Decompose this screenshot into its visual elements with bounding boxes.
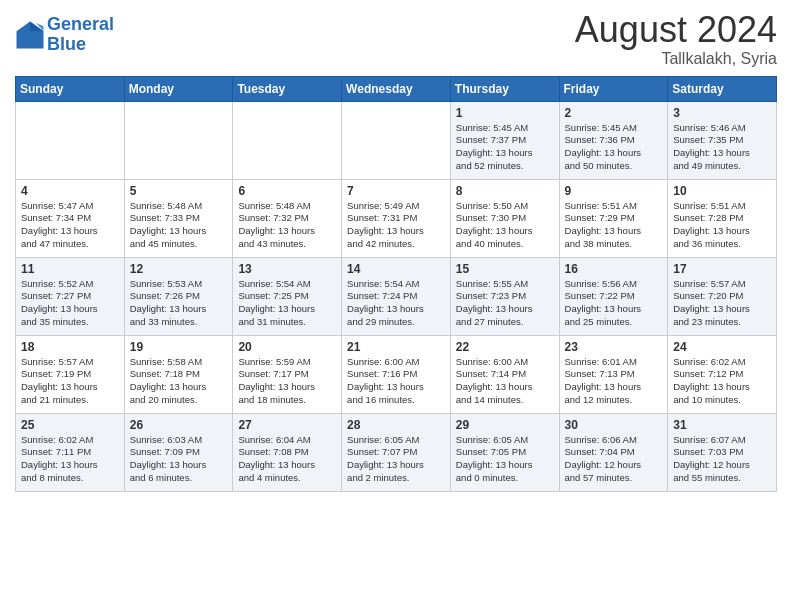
- calendar-header: Sunday Monday Tuesday Wednesday Thursday…: [16, 76, 777, 101]
- day-number: 9: [565, 184, 663, 198]
- day-info: Sunrise: 6:01 AM Sunset: 7:13 PM Dayligh…: [565, 356, 663, 407]
- day-info: Sunrise: 6:04 AM Sunset: 7:08 PM Dayligh…: [238, 434, 336, 485]
- header: General Blue August 2024 Tallkalakh, Syr…: [15, 10, 777, 68]
- table-row: [16, 101, 125, 179]
- table-row: 11Sunrise: 5:52 AM Sunset: 7:27 PM Dayli…: [16, 257, 125, 335]
- table-row: 23Sunrise: 6:01 AM Sunset: 7:13 PM Dayli…: [559, 335, 668, 413]
- table-row: 15Sunrise: 5:55 AM Sunset: 7:23 PM Dayli…: [450, 257, 559, 335]
- calendar-body: 1Sunrise: 5:45 AM Sunset: 7:37 PM Daylig…: [16, 101, 777, 491]
- day-info: Sunrise: 6:07 AM Sunset: 7:03 PM Dayligh…: [673, 434, 771, 485]
- table-row: 31Sunrise: 6:07 AM Sunset: 7:03 PM Dayli…: [668, 413, 777, 491]
- day-number: 10: [673, 184, 771, 198]
- day-info: Sunrise: 5:51 AM Sunset: 7:29 PM Dayligh…: [565, 200, 663, 251]
- day-info: Sunrise: 5:54 AM Sunset: 7:25 PM Dayligh…: [238, 278, 336, 329]
- page-container: General Blue August 2024 Tallkalakh, Syr…: [0, 0, 792, 502]
- day-info: Sunrise: 5:51 AM Sunset: 7:28 PM Dayligh…: [673, 200, 771, 251]
- header-wednesday: Wednesday: [342, 76, 451, 101]
- day-info: Sunrise: 5:55 AM Sunset: 7:23 PM Dayligh…: [456, 278, 554, 329]
- day-info: Sunrise: 5:59 AM Sunset: 7:17 PM Dayligh…: [238, 356, 336, 407]
- location: Tallkalakh, Syria: [575, 50, 777, 68]
- table-row: 21Sunrise: 6:00 AM Sunset: 7:16 PM Dayli…: [342, 335, 451, 413]
- day-info: Sunrise: 5:54 AM Sunset: 7:24 PM Dayligh…: [347, 278, 445, 329]
- day-number: 12: [130, 262, 228, 276]
- day-info: Sunrise: 5:49 AM Sunset: 7:31 PM Dayligh…: [347, 200, 445, 251]
- day-info: Sunrise: 6:02 AM Sunset: 7:12 PM Dayligh…: [673, 356, 771, 407]
- header-tuesday: Tuesday: [233, 76, 342, 101]
- day-number: 14: [347, 262, 445, 276]
- day-number: 25: [21, 418, 119, 432]
- day-info: Sunrise: 5:46 AM Sunset: 7:35 PM Dayligh…: [673, 122, 771, 173]
- day-number: 30: [565, 418, 663, 432]
- day-info: Sunrise: 5:47 AM Sunset: 7:34 PM Dayligh…: [21, 200, 119, 251]
- table-row: 18Sunrise: 5:57 AM Sunset: 7:19 PM Dayli…: [16, 335, 125, 413]
- table-row: 8Sunrise: 5:50 AM Sunset: 7:30 PM Daylig…: [450, 179, 559, 257]
- header-friday: Friday: [559, 76, 668, 101]
- day-number: 27: [238, 418, 336, 432]
- calendar-week-row: 18Sunrise: 5:57 AM Sunset: 7:19 PM Dayli…: [16, 335, 777, 413]
- day-number: 16: [565, 262, 663, 276]
- day-number: 28: [347, 418, 445, 432]
- day-number: 17: [673, 262, 771, 276]
- table-row: 29Sunrise: 6:05 AM Sunset: 7:05 PM Dayli…: [450, 413, 559, 491]
- table-row: 9Sunrise: 5:51 AM Sunset: 7:29 PM Daylig…: [559, 179, 668, 257]
- day-number: 3: [673, 106, 771, 120]
- day-number: 13: [238, 262, 336, 276]
- day-info: Sunrise: 5:45 AM Sunset: 7:37 PM Dayligh…: [456, 122, 554, 173]
- table-row: 10Sunrise: 5:51 AM Sunset: 7:28 PM Dayli…: [668, 179, 777, 257]
- table-row: 16Sunrise: 5:56 AM Sunset: 7:22 PM Dayli…: [559, 257, 668, 335]
- header-monday: Monday: [124, 76, 233, 101]
- day-info: Sunrise: 6:00 AM Sunset: 7:16 PM Dayligh…: [347, 356, 445, 407]
- day-info: Sunrise: 5:57 AM Sunset: 7:19 PM Dayligh…: [21, 356, 119, 407]
- table-row: 2Sunrise: 5:45 AM Sunset: 7:36 PM Daylig…: [559, 101, 668, 179]
- day-info: Sunrise: 5:53 AM Sunset: 7:26 PM Dayligh…: [130, 278, 228, 329]
- day-info: Sunrise: 5:56 AM Sunset: 7:22 PM Dayligh…: [565, 278, 663, 329]
- table-row: 6Sunrise: 5:48 AM Sunset: 7:32 PM Daylig…: [233, 179, 342, 257]
- day-number: 2: [565, 106, 663, 120]
- day-number: 8: [456, 184, 554, 198]
- day-number: 21: [347, 340, 445, 354]
- day-info: Sunrise: 6:06 AM Sunset: 7:04 PM Dayligh…: [565, 434, 663, 485]
- day-info: Sunrise: 6:05 AM Sunset: 7:05 PM Dayligh…: [456, 434, 554, 485]
- calendar-week-row: 1Sunrise: 5:45 AM Sunset: 7:37 PM Daylig…: [16, 101, 777, 179]
- table-row: 5Sunrise: 5:48 AM Sunset: 7:33 PM Daylig…: [124, 179, 233, 257]
- table-row: 30Sunrise: 6:06 AM Sunset: 7:04 PM Dayli…: [559, 413, 668, 491]
- day-info: Sunrise: 5:50 AM Sunset: 7:30 PM Dayligh…: [456, 200, 554, 251]
- day-number: 6: [238, 184, 336, 198]
- table-row: 14Sunrise: 5:54 AM Sunset: 7:24 PM Dayli…: [342, 257, 451, 335]
- day-info: Sunrise: 5:57 AM Sunset: 7:20 PM Dayligh…: [673, 278, 771, 329]
- day-number: 18: [21, 340, 119, 354]
- table-row: [233, 101, 342, 179]
- table-row: 19Sunrise: 5:58 AM Sunset: 7:18 PM Dayli…: [124, 335, 233, 413]
- table-row: 25Sunrise: 6:02 AM Sunset: 7:11 PM Dayli…: [16, 413, 125, 491]
- table-row: [342, 101, 451, 179]
- logo-text: General Blue: [47, 15, 114, 55]
- table-row: 12Sunrise: 5:53 AM Sunset: 7:26 PM Dayli…: [124, 257, 233, 335]
- table-row: 22Sunrise: 6:00 AM Sunset: 7:14 PM Dayli…: [450, 335, 559, 413]
- day-number: 19: [130, 340, 228, 354]
- table-row: 17Sunrise: 5:57 AM Sunset: 7:20 PM Dayli…: [668, 257, 777, 335]
- header-saturday: Saturday: [668, 76, 777, 101]
- day-info: Sunrise: 5:48 AM Sunset: 7:32 PM Dayligh…: [238, 200, 336, 251]
- calendar-week-row: 4Sunrise: 5:47 AM Sunset: 7:34 PM Daylig…: [16, 179, 777, 257]
- day-info: Sunrise: 5:52 AM Sunset: 7:27 PM Dayligh…: [21, 278, 119, 329]
- table-row: 26Sunrise: 6:03 AM Sunset: 7:09 PM Dayli…: [124, 413, 233, 491]
- day-info: Sunrise: 6:03 AM Sunset: 7:09 PM Dayligh…: [130, 434, 228, 485]
- day-info: Sunrise: 5:45 AM Sunset: 7:36 PM Dayligh…: [565, 122, 663, 173]
- calendar-week-row: 11Sunrise: 5:52 AM Sunset: 7:27 PM Dayli…: [16, 257, 777, 335]
- day-number: 15: [456, 262, 554, 276]
- day-number: 5: [130, 184, 228, 198]
- table-row: 1Sunrise: 5:45 AM Sunset: 7:37 PM Daylig…: [450, 101, 559, 179]
- day-number: 11: [21, 262, 119, 276]
- logo-general: General: [47, 14, 114, 34]
- day-number: 31: [673, 418, 771, 432]
- table-row: 20Sunrise: 5:59 AM Sunset: 7:17 PM Dayli…: [233, 335, 342, 413]
- table-row: 4Sunrise: 5:47 AM Sunset: 7:34 PM Daylig…: [16, 179, 125, 257]
- table-row: 7Sunrise: 5:49 AM Sunset: 7:31 PM Daylig…: [342, 179, 451, 257]
- day-number: 7: [347, 184, 445, 198]
- calendar-table: Sunday Monday Tuesday Wednesday Thursday…: [15, 76, 777, 492]
- logo-blue: Blue: [47, 34, 86, 54]
- day-number: 24: [673, 340, 771, 354]
- header-sunday: Sunday: [16, 76, 125, 101]
- day-info: Sunrise: 6:02 AM Sunset: 7:11 PM Dayligh…: [21, 434, 119, 485]
- table-row: 24Sunrise: 6:02 AM Sunset: 7:12 PM Dayli…: [668, 335, 777, 413]
